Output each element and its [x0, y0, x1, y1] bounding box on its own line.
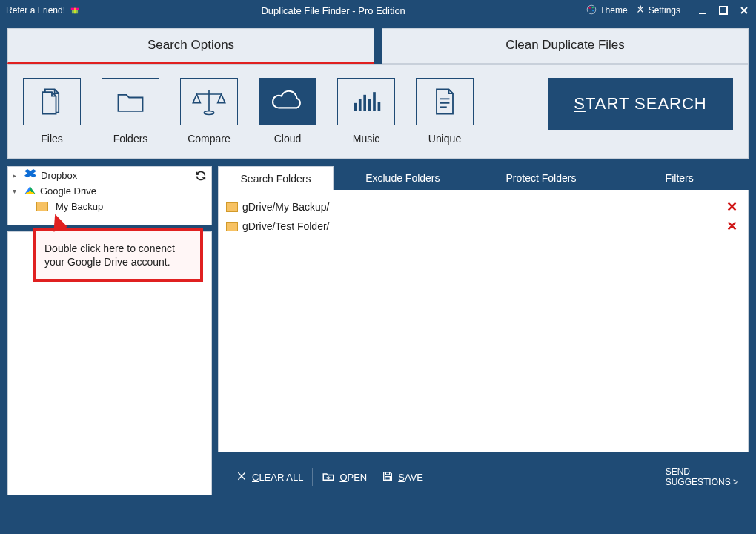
save-rest: AVE — [405, 472, 423, 483]
svg-point-5 — [592, 6, 594, 7]
send-suggestions-link[interactable]: SEND SUGGESTIONS > — [666, 467, 738, 488]
start-search-underline: S — [574, 94, 586, 113]
chevron-right-icon: ▸ — [13, 171, 21, 179]
remove-folder-button[interactable]: ✕ — [726, 199, 737, 215]
folder-panel: Search Folders Exclude Folders Protect F… — [218, 166, 749, 495]
clear-all-rest: LEAR ALL — [259, 472, 303, 483]
app-title: Duplicate File Finder - Pro Edition — [80, 5, 586, 16]
cloud-tree: ▸ Dropbox ▾ Google Drive My Backup — [7, 166, 212, 225]
svg-point-13 — [204, 111, 213, 115]
sub-tabs: Search Folders Exclude Folders Protect F… — [218, 166, 749, 190]
bottom-bar: CLEAR ALL OPEN SAVE SEND SUGGESTIONS > — [218, 458, 749, 495]
svg-rect-15 — [359, 99, 362, 111]
svg-rect-2 — [74, 7, 75, 13]
top-tabs: Search Options Clean Duplicate Files — [0, 21, 756, 64]
svg-rect-14 — [354, 103, 357, 111]
refer-friend-link[interactable]: Refer a Friend! — [6, 4, 80, 17]
settings-label: Settings — [649, 5, 680, 16]
save-icon — [382, 470, 394, 484]
titlebar: Refer a Friend! Duplicate File Finder - … — [0, 0, 756, 21]
subtab-protect-folders[interactable]: Protect Folders — [472, 166, 611, 190]
tree-item-my-backup-label: My Backup — [56, 201, 103, 212]
tree-item-google-drive-label: Google Drive — [40, 185, 96, 197]
main-area: ▸ Dropbox ▾ Google Drive My Backup Doubl… — [7, 166, 749, 495]
open-rest: PEN — [348, 472, 368, 483]
folder-icon — [36, 202, 48, 211]
tree-item-dropbox-label: Dropbox — [41, 170, 77, 181]
svg-rect-16 — [363, 95, 366, 111]
tab-search-options[interactable]: Search Options — [7, 28, 374, 64]
save-button[interactable]: SAVE — [374, 470, 431, 484]
chevron-down-icon: ▾ — [13, 187, 21, 195]
category-files-label: Files — [41, 133, 63, 145]
refer-friend-label: Refer a Friend! — [6, 5, 65, 16]
settings-button[interactable]: Settings — [635, 4, 680, 17]
folder-list-item[interactable]: gDrive/Test Folder/ ✕ — [226, 217, 737, 236]
open-ul: O — [339, 472, 347, 483]
open-button[interactable]: OPEN — [314, 469, 374, 485]
theme-label: Theme — [600, 5, 627, 16]
tree-item-dropbox[interactable]: ▸ Dropbox — [8, 167, 211, 183]
send-line1: SEND — [666, 467, 738, 477]
category-files[interactable]: Files — [23, 78, 81, 145]
category-unique[interactable]: Unique — [416, 78, 474, 145]
tree-panel: ▸ Dropbox ▾ Google Drive My Backup Doubl… — [7, 166, 212, 495]
theme-button[interactable]: Theme — [586, 4, 627, 17]
category-music[interactable]: Music — [337, 78, 395, 145]
category-folders[interactable]: Folders — [102, 78, 159, 145]
cloud-icon — [259, 78, 316, 125]
category-compare-label: Compare — [188, 133, 231, 145]
compare-icon — [180, 78, 238, 125]
folder-list: gDrive/My Backup/ ✕ gDrive/Test Folder/ … — [218, 190, 749, 452]
tree-item-google-drive[interactable]: ▾ Google Drive — [8, 183, 211, 199]
category-folders-label: Folders — [113, 133, 148, 145]
music-icon — [337, 78, 395, 125]
subtab-filters[interactable]: Filters — [610, 166, 749, 190]
send-line2: SUGGESTIONS > — [666, 477, 738, 487]
svg-rect-19 — [378, 102, 381, 111]
clear-icon — [236, 470, 248, 484]
start-search-button[interactable]: START SEARCH — [548, 78, 733, 130]
open-icon — [322, 469, 335, 485]
folder-icon — [226, 222, 238, 231]
minimize-button[interactable] — [697, 4, 709, 16]
category-music-label: Music — [353, 133, 380, 145]
maximize-button[interactable] — [717, 4, 729, 16]
tree-item-my-backup[interactable]: My Backup — [8, 199, 211, 214]
folder-list-item[interactable]: gDrive/My Backup/ ✕ — [226, 197, 737, 217]
svg-point-6 — [592, 10, 594, 11]
clear-all-ul: C — [252, 472, 259, 483]
dropbox-icon — [24, 169, 36, 181]
category-unique-label: Unique — [428, 133, 461, 145]
callout-tooltip: Double click here to conenct your Google… — [33, 228, 203, 282]
svg-rect-17 — [368, 99, 371, 111]
close-button[interactable] — [738, 4, 750, 16]
refresh-button[interactable] — [195, 170, 207, 185]
folders-icon — [102, 78, 159, 125]
files-icon — [23, 78, 81, 125]
folder-path: gDrive/Test Folder/ — [242, 220, 329, 232]
palette-icon — [586, 4, 597, 17]
unique-icon — [416, 78, 474, 125]
separator — [312, 468, 313, 486]
svg-point-3 — [587, 5, 596, 14]
svg-rect-8 — [720, 7, 727, 14]
svg-point-4 — [589, 7, 591, 8]
callout-text: Double click here to conenct your Google… — [44, 243, 175, 268]
subtab-search-folders[interactable]: Search Folders — [218, 166, 334, 190]
category-compare[interactable]: Compare — [180, 78, 238, 145]
start-search-rest: TART SEARCH — [586, 94, 707, 113]
category-cloud-label: Cloud — [274, 133, 302, 145]
gift-icon — [70, 4, 80, 17]
remove-folder-button[interactable]: ✕ — [726, 218, 737, 234]
tab-clean-duplicates[interactable]: Clean Duplicate Files — [382, 28, 749, 64]
folder-icon — [226, 202, 238, 212]
subtab-exclude-folders[interactable]: Exclude Folders — [334, 166, 472, 190]
svg-rect-26 — [386, 472, 390, 474]
wrench-icon — [635, 4, 646, 17]
google-drive-icon — [24, 186, 36, 196]
category-row: Files Folders Compare Cloud Music Unique… — [7, 64, 749, 159]
folder-path: gDrive/My Backup/ — [242, 201, 329, 213]
category-cloud[interactable]: Cloud — [259, 78, 316, 145]
clear-all-button[interactable]: CLEAR ALL — [228, 470, 311, 484]
